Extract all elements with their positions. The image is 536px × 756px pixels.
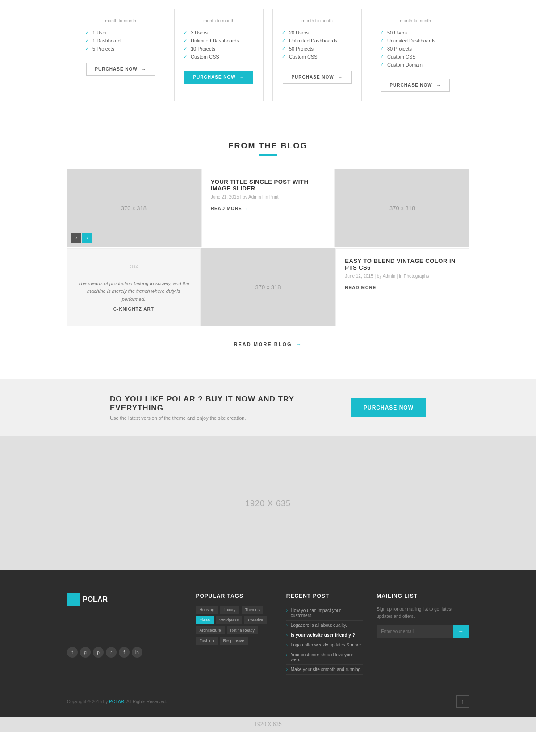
feature-3-4: Custom CSS [282, 54, 352, 59]
blog-section-title: FROM THE BLOG [9, 141, 527, 151]
feature-1-3: 5 Projects [85, 46, 156, 51]
pricing-card-2: month to month 3 Users Unlimited Dashboa… [174, 9, 264, 101]
blog-post-2-read-more[interactable]: READ MORE → [345, 285, 460, 290]
footer-logo-icon [67, 593, 80, 606]
purchase-button-3[interactable]: PURCHASE NOW → [283, 71, 351, 84]
recent-post-3[interactable]: Is your website user friendly ? [286, 630, 363, 640]
recent-post-4[interactable]: Logan offer weekly updates & more. [286, 640, 363, 650]
slider-prev-btn[interactable]: ‹ [71, 233, 81, 243]
read-more-arrow-icon: → [297, 342, 302, 347]
tag-retina-ready[interactable]: Retina Ready [227, 626, 259, 634]
tag-architecture[interactable]: Architecture [196, 626, 225, 634]
tag-housing[interactable]: Housing [196, 606, 218, 614]
tag-fashion[interactable]: Fashion [196, 637, 218, 645]
blog-image-3: 370 x 318 [201, 248, 335, 326]
blog-image-2: 370 x 318 [335, 169, 469, 247]
blog-section-underline [259, 154, 277, 156]
pricing-period-2: month to month [184, 18, 254, 23]
footer-recent-col: RECENT POST How you can impact your cust… [286, 593, 363, 675]
copyright-text: Copyright © 2015 by POLAR. All Rights Re… [67, 699, 167, 704]
recent-post-6[interactable]: Make your site smooth and running. [286, 665, 363, 675]
blog-image-1-wrapper: 370 x 318 ‹ › [67, 169, 201, 247]
linkedin-icon[interactable]: in [132, 647, 142, 658]
blog-section: FROM THE BLOG 370 x 318 ‹ › YOUR TITLE S… [0, 119, 536, 379]
pricing-features-1: 1 User 1 Dashboard 5 Projects [85, 30, 156, 51]
pricing-section: month to month 1 User 1 Dashboard 5 Proj… [0, 0, 536, 119]
feature-2-3: 10 Projects [184, 46, 254, 51]
footer-desc-1: — — — — — — — — — [67, 611, 183, 618]
purchase-button-1[interactable]: PURCHASE NOW → [86, 63, 155, 76]
feature-4-1: 50 Users [380, 30, 451, 35]
feature-2-4: Custom CSS [184, 54, 254, 59]
recent-post-1[interactable]: How you can impact your customers. [286, 606, 363, 621]
footer-brand-col: POLAR — — — — — — — — — — — — — — — — — … [67, 593, 183, 675]
blog-post-1-card: YOUR TITLE SINGLE POST WITH IMAGE SLIDER… [201, 169, 335, 247]
slider-next-btn[interactable]: › [82, 233, 92, 243]
purchase-button-4[interactable]: PURCHASE NOW → [381, 79, 449, 92]
cta-purchase-button[interactable]: PURCHASE NOW [351, 398, 426, 417]
feature-3-2: Unlimited Dashboards [282, 38, 352, 43]
pricing-period-1: month to month [85, 18, 156, 23]
footer-logo-text: POLAR [83, 596, 108, 604]
recent-post-list: How you can impact your customers. Logac… [286, 606, 363, 675]
footer-logo: POLAR [67, 593, 183, 606]
pricing-features-2: 3 Users Unlimited Dashboards 10 Projects… [184, 30, 254, 59]
feature-4-2: Unlimited Dashboards [380, 38, 451, 43]
pricing-period-3: month to month [282, 18, 352, 23]
back-to-top-button[interactable]: ↑ [456, 695, 469, 708]
tag-themes[interactable]: Themes [242, 606, 264, 614]
rss-icon[interactable]: r [106, 647, 117, 658]
slideshow-placeholder: 1920 X 635 [0, 436, 536, 570]
pricing-card-1: month to month 1 User 1 Dashboard 5 Proj… [76, 9, 165, 101]
blog-post-2-title: EASY TO BLEND VINTAGE COLOR IN PTS CS6 [345, 258, 460, 271]
read-more-blog-link[interactable]: READ MORE BLOG → [234, 342, 302, 347]
tag-wordpress[interactable]: Wordpress [216, 616, 242, 624]
blog-post-1-title: YOUR TITLE SINGLE POST WITH IMAGE SLIDER [211, 178, 326, 192]
footer-brand-link[interactable]: POLAR [109, 699, 124, 704]
feature-4-3: 80 Projects [380, 46, 451, 51]
tag-clean[interactable]: Clean [196, 616, 214, 624]
purchase-button-2[interactable]: PURCHASE NOW → [184, 71, 253, 84]
mailing-desc: Sign up for our mailing list to get late… [377, 606, 469, 620]
pricing-features-3: 20 Users Unlimited Dashboards 50 Project… [282, 30, 352, 59]
quote-author: C-KNIGHTZ ART [113, 307, 154, 312]
pricing-card-4: month to month 50 Users Unlimited Dashbo… [371, 9, 460, 101]
email-form: → [377, 625, 469, 638]
slider-controls: ‹ › [71, 233, 92, 243]
footer-desc-3: — — — — — — — — — — [67, 635, 183, 642]
footer: POLAR — — — — — — — — — — — — — — — — — … [0, 570, 536, 717]
tag-luxury[interactable]: Luxury [220, 606, 239, 614]
tag-responsive[interactable]: Responsive [220, 637, 248, 645]
feature-1-2: 1 Dashboard [85, 38, 156, 43]
quote-mark: ““ [129, 263, 138, 276]
pinterest-icon[interactable]: p [93, 647, 104, 658]
blog-post-1-read-more[interactable]: READ MORE → [211, 206, 326, 211]
feature-1-1: 1 User [85, 30, 156, 35]
footer-social-links: t g p r f in [67, 647, 183, 658]
footer-mailing-title: MAILING LIST [377, 593, 469, 599]
facebook-icon[interactable]: f [119, 647, 130, 658]
tag-creative[interactable]: Creative [244, 616, 267, 624]
google-plus-icon[interactable]: g [80, 647, 91, 658]
email-submit-button[interactable]: → [453, 625, 469, 638]
footer-recent-title: RECENT POST [286, 593, 363, 599]
recent-post-2[interactable]: Logacore is all about quality. [286, 621, 363, 630]
pricing-card-3: month to month 20 Users Unlimited Dashbo… [272, 9, 362, 101]
pricing-features-4: 50 Users Unlimited Dashboards 80 Project… [380, 30, 451, 68]
footer-desc-2: — — — — — — — — [67, 623, 183, 630]
pricing-period-4: month to month [380, 18, 451, 23]
recent-post-5[interactable]: Your customer should love your web. [286, 650, 363, 665]
twitter-icon[interactable]: t [67, 647, 78, 658]
email-input[interactable] [377, 625, 453, 638]
blog-quote-card: ““ The means of production belong to soc… [67, 248, 201, 326]
cta-section: DO YOU LIKE POLAR ? BUY IT NOW AND TRY E… [0, 379, 536, 436]
bottom-placeholder: 1920 X 635 [0, 717, 536, 732]
up-arrow-icon: ↑ [461, 698, 465, 705]
feature-4-5: Custom Domain [380, 62, 451, 68]
popular-tags-list: Housing Luxury Themes Clean Wordpress Cr… [196, 606, 273, 645]
feature-2-2: Unlimited Dashboards [184, 38, 254, 43]
feature-2-1: 3 Users [184, 30, 254, 35]
cta-headline: DO YOU LIKE POLAR ? BUY IT NOW AND TRY E… [110, 395, 333, 413]
cta-subtext: Use the latest version of the theme and … [110, 415, 333, 421]
quote-text: The means of production belong to societ… [76, 280, 191, 304]
